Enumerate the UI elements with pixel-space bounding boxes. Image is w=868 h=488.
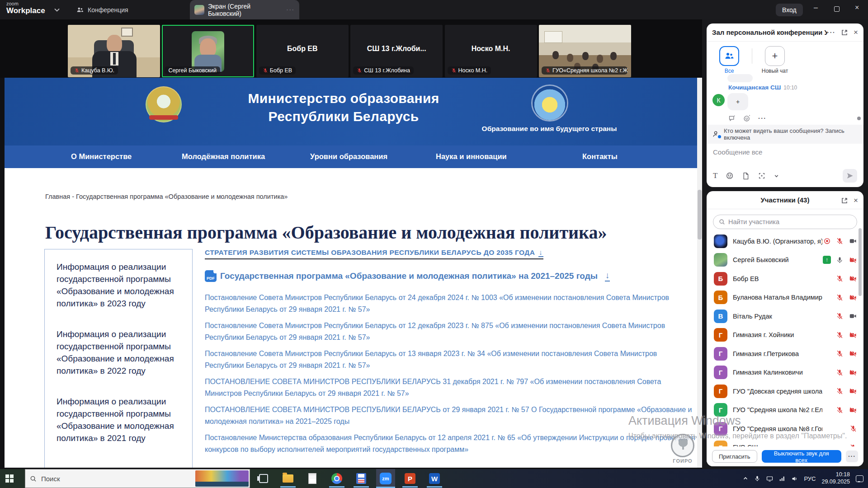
- file-icon[interactable]: [742, 172, 750, 180]
- participant-row[interactable]: ГГимназия г.Петрикова: [707, 344, 863, 363]
- start-button[interactable]: [5, 474, 14, 483]
- tab-more-icon[interactable]: ···: [287, 6, 295, 14]
- nav-item[interactable]: Молодёжная политика: [182, 152, 265, 161]
- document-link[interactable]: СТРАТЕГИЯ РАЗВИТИЯ СИСТЕМЫ ОБРАЗОВАНИЯ Р…: [205, 249, 543, 259]
- participants-close-icon[interactable]: ×: [854, 197, 858, 204]
- windows-taskbar: Поиск zm P W РУС 10:18 29.09.2025: [0, 469, 868, 488]
- sidebar-report-link[interactable]: Информация о реализации государственной …: [57, 261, 180, 310]
- emoji-icon[interactable]: [726, 172, 734, 180]
- signin-button[interactable]: Вход: [776, 4, 803, 16]
- document-link[interactable]: Постановление Совета Министров Республик…: [205, 320, 698, 343]
- maximize-icon[interactable]: [834, 6, 840, 12]
- document-link[interactable]: ПОСТАНОВЛЕНИЕ СОВЕТА МИНИСТРОВ РЕСПУБЛИК…: [205, 376, 698, 399]
- language-indicator[interactable]: РУС: [804, 475, 816, 482]
- notifications-icon[interactable]: [856, 475, 863, 482]
- participant-row[interactable]: ББобр ЕВ: [707, 269, 863, 288]
- participant-row[interactable]: ББуланова Наталья Владимировна -...: [707, 288, 863, 307]
- message-input[interactable]: Сообщение все: [707, 144, 863, 156]
- breadcrumb-home[interactable]: Главная: [45, 193, 70, 200]
- download-icon[interactable]: ↓: [605, 271, 610, 282]
- sidebar-reports-box: Информация о реализации государственной …: [44, 249, 193, 468]
- nav-item[interactable]: Уровни образования: [310, 152, 387, 161]
- document-link[interactable]: Постановление Совета Министров Республик…: [205, 348, 698, 371]
- participant-search-input[interactable]: Найти участника: [713, 215, 857, 229]
- mic-muted-icon: [263, 68, 268, 73]
- word-icon[interactable]: W: [429, 473, 440, 484]
- chat-close-icon[interactable]: ×: [854, 28, 858, 36]
- video-tile[interactable]: Кацуба В.Ю.: [68, 25, 160, 77]
- sidebar-report-link[interactable]: Информация о реализации государственной …: [57, 396, 180, 445]
- video-tile[interactable]: СШ 13 г.Жлоби...СШ 13 г.Жлобина: [350, 25, 443, 77]
- new-chat-button[interactable]: + Новый чат: [759, 46, 791, 74]
- pop-out-icon[interactable]: [841, 197, 848, 204]
- document-link[interactable]: PDFГосударственная программа «Образовани…: [205, 270, 698, 282]
- mute-all-button[interactable]: Выключить звук для всех: [762, 450, 841, 463]
- participant-row[interactable]: ГГУО "Средняя школа №8 г.Гомеля": [707, 419, 863, 438]
- minimize-icon[interactable]: –: [814, 4, 818, 11]
- save-app-icon[interactable]: [355, 473, 367, 484]
- camera-muted-icon: [849, 387, 857, 395]
- tab-screen-share[interactable]: Экран (Сергей Быковский) ···: [190, 0, 299, 19]
- site-scrollbar-thumb[interactable]: [698, 190, 702, 239]
- participants-scrollbar-thumb[interactable]: [859, 228, 862, 296]
- mic-muted-icon: [545, 68, 551, 73]
- video-tile[interactable]: ГУО«Средняя школа №2 г.Ж...: [539, 25, 631, 77]
- site-scrollbar[interactable]: [697, 78, 702, 468]
- send-icon[interactable]: [843, 169, 857, 183]
- participant-initial-avatar: Г: [714, 422, 727, 436]
- chrome-icon[interactable]: [331, 473, 343, 484]
- chevron-down-icon[interactable]: [53, 6, 61, 14]
- format-text-icon[interactable]: T: [713, 171, 717, 180]
- nav-item[interactable]: Наука и инновации: [436, 152, 507, 161]
- participant-initial-avatar: В: [714, 310, 727, 323]
- reply-icon[interactable]: [728, 115, 736, 122]
- participant-row[interactable]: ГГимназия г. Хойники: [707, 326, 863, 345]
- add-reaction-icon[interactable]: [743, 115, 751, 122]
- tray-display-icon[interactable]: [766, 475, 773, 482]
- file-explorer-icon[interactable]: [282, 473, 294, 484]
- document-link[interactable]: ПОСТАНОВЛЕНИЕ СОВЕТА МИНИСТРОВ РЕСПУБЛИК…: [205, 404, 698, 427]
- participant-row[interactable]: ГГУО "Довская средняя школа": [707, 382, 863, 401]
- download-icon[interactable]: ↓: [538, 249, 543, 257]
- video-tile[interactable]: Сергей Быковский: [162, 25, 254, 77]
- message-more-icon[interactable]: ···: [758, 115, 767, 122]
- document-link[interactable]: Постановление Совета Министров Республик…: [205, 292, 698, 315]
- pop-out-icon[interactable]: [841, 29, 848, 36]
- nav-item[interactable]: Контакты: [582, 152, 618, 161]
- notepad-icon[interactable]: [307, 473, 318, 484]
- chat-title: Зал персональной конференции УМ...: [712, 28, 827, 36]
- document-link[interactable]: Постановление Министерства образования Р…: [205, 432, 698, 455]
- chevron-down-icon[interactable]: [774, 174, 779, 178]
- tray-mic-icon[interactable]: [754, 475, 760, 482]
- participant-row[interactable]: Сергей Быковский↑: [707, 251, 863, 270]
- participant-row[interactable]: Кацуба В.Ю. (Организатор, я): [707, 232, 863, 251]
- powerpoint-icon[interactable]: P: [404, 473, 416, 484]
- participant-row[interactable]: ВВіталь Рудак: [707, 307, 863, 326]
- nav-item[interactable]: О Министерстве: [71, 152, 132, 161]
- taskbar-search[interactable]: Поиск: [25, 469, 250, 488]
- sidebar-report-link[interactable]: Информация о реализации государственной …: [57, 328, 180, 377]
- chat-filter-all-label: Все: [713, 68, 745, 74]
- mic-muted-icon: [836, 350, 844, 357]
- search-highlight-image[interactable]: [195, 470, 249, 487]
- video-tile[interactable]: Бобр ЕВБобр ЕВ: [256, 25, 349, 77]
- tray-expand-icon[interactable]: [743, 476, 748, 481]
- chat-more-icon[interactable]: ···: [827, 29, 836, 36]
- participant-row[interactable]: ГГимназия Калинковичи: [707, 363, 863, 382]
- video-tile[interactable]: Носко М.Н.Носко М.Н.: [445, 25, 537, 77]
- clock[interactable]: 10:18 29.09.2025: [821, 471, 850, 485]
- zoom-app-icon[interactable]: zm: [380, 473, 392, 484]
- participants-more-icon[interactable]: ···: [846, 450, 858, 462]
- task-view-icon[interactable]: [258, 473, 269, 484]
- camera-on-icon: [849, 237, 857, 245]
- chat-filter-all[interactable]: Все: [713, 46, 745, 74]
- participant-row[interactable]: ГГУО "Средняя школа №2 г.Ельска": [707, 401, 863, 420]
- tray-volume-icon[interactable]: [791, 475, 798, 482]
- close-icon[interactable]: ×: [855, 4, 859, 11]
- tray-network-icon[interactable]: [779, 475, 785, 482]
- invite-button[interactable]: Пригласить: [712, 450, 757, 463]
- screen: zoom Workplace Конференция Экран (Сергей…: [0, 0, 868, 488]
- chat-scrollbar-thumb[interactable]: [857, 117, 861, 120]
- screenshot-icon[interactable]: [758, 172, 766, 180]
- tab-conference[interactable]: Конференция: [76, 0, 128, 19]
